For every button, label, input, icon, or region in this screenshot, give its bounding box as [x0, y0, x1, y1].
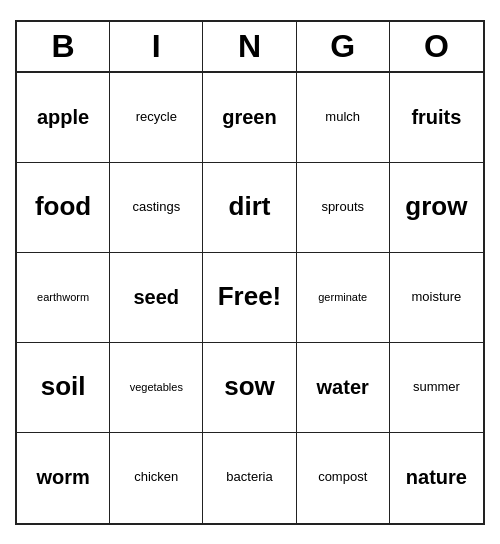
bingo-cell-24: nature: [390, 433, 483, 523]
cell-text-1: recycle: [136, 110, 177, 125]
cell-text-15: soil: [41, 372, 86, 402]
cell-text-14: moisture: [411, 290, 461, 305]
cell-text-20: worm: [36, 466, 89, 489]
bingo-cell-10: earthworm: [17, 253, 110, 343]
cell-text-12: Free!: [218, 282, 282, 312]
bingo-cell-12: Free!: [203, 253, 296, 343]
bingo-cell-6: castings: [110, 163, 203, 253]
bingo-cell-3: mulch: [297, 73, 390, 163]
header-letter-i: I: [110, 22, 203, 71]
cell-text-13: germinate: [318, 291, 367, 304]
bingo-grid: applerecyclegreenmulchfruitsfoodcastings…: [17, 73, 483, 523]
bingo-cell-2: green: [203, 73, 296, 163]
cell-text-19: summer: [413, 380, 460, 395]
cell-text-21: chicken: [134, 470, 178, 485]
cell-text-18: water: [317, 376, 369, 399]
bingo-cell-19: summer: [390, 343, 483, 433]
cell-text-11: seed: [133, 286, 179, 309]
bingo-cell-11: seed: [110, 253, 203, 343]
cell-text-24: nature: [406, 466, 467, 489]
header-letter-o: O: [390, 22, 483, 71]
bingo-cell-9: grow: [390, 163, 483, 253]
bingo-cell-8: sprouts: [297, 163, 390, 253]
cell-text-23: compost: [318, 470, 367, 485]
cell-text-8: sprouts: [321, 200, 364, 215]
bingo-cell-13: germinate: [297, 253, 390, 343]
bingo-cell-16: vegetables: [110, 343, 203, 433]
cell-text-10: earthworm: [37, 291, 89, 304]
cell-text-7: dirt: [229, 192, 271, 222]
bingo-cell-15: soil: [17, 343, 110, 433]
bingo-cell-5: food: [17, 163, 110, 253]
bingo-card: BINGO applerecyclegreenmulchfruitsfoodca…: [15, 20, 485, 525]
cell-text-9: grow: [405, 192, 467, 222]
cell-text-6: castings: [132, 200, 180, 215]
bingo-cell-14: moisture: [390, 253, 483, 343]
cell-text-16: vegetables: [130, 381, 183, 394]
header-letter-g: G: [297, 22, 390, 71]
bingo-cell-4: fruits: [390, 73, 483, 163]
cell-text-5: food: [35, 192, 91, 222]
cell-text-22: bacteria: [226, 470, 272, 485]
bingo-cell-1: recycle: [110, 73, 203, 163]
cell-text-4: fruits: [411, 106, 461, 129]
header-letter-n: N: [203, 22, 296, 71]
bingo-header: BINGO: [17, 22, 483, 73]
cell-text-0: apple: [37, 106, 89, 129]
bingo-cell-21: chicken: [110, 433, 203, 523]
cell-text-17: sow: [224, 372, 275, 402]
bingo-cell-18: water: [297, 343, 390, 433]
bingo-cell-7: dirt: [203, 163, 296, 253]
bingo-cell-22: bacteria: [203, 433, 296, 523]
cell-text-2: green: [222, 106, 276, 129]
bingo-cell-23: compost: [297, 433, 390, 523]
bingo-cell-0: apple: [17, 73, 110, 163]
bingo-cell-17: sow: [203, 343, 296, 433]
cell-text-3: mulch: [325, 110, 360, 125]
bingo-cell-20: worm: [17, 433, 110, 523]
header-letter-b: B: [17, 22, 110, 71]
